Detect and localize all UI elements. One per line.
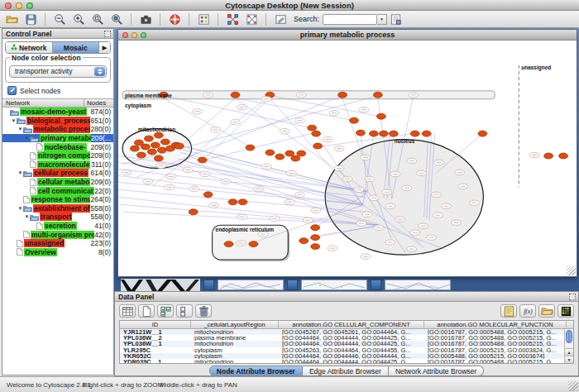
background-window-thumbnail[interactable]: [287, 280, 298, 290]
tab-overflow-button[interactable]: ▶: [99, 42, 110, 53]
tree-item[interactable]: ▼transport558(0): [2, 213, 113, 222]
zoom-window-icon[interactable]: [141, 32, 146, 38]
column-header[interactable]: ID: [120, 321, 191, 328]
network-node[interactable]: [297, 151, 306, 156]
tree-item[interactable]: secretion41(0): [2, 222, 113, 231]
table-cell[interactable]: mitochondrion: [191, 329, 279, 335]
background-window-thumbnail[interactable]: [371, 280, 381, 290]
table-cell[interactable]: [GO:0044464, GO:0044444, GO:0044425, G..…: [279, 335, 424, 341]
tree-item[interactable]: multi-organism pro42(0): [2, 230, 113, 239]
column-header[interactable]: annotation.GO MOLECULAR_FUNCTION: [424, 321, 567, 328]
disclosure-triangle-icon[interactable]: ▼: [17, 170, 23, 175]
background-window-thumbnail[interactable]: [203, 280, 214, 290]
notes-button[interactable]: [500, 304, 517, 318]
scroll-up-icon[interactable]: ▲: [565, 348, 573, 356]
table-cell[interactable]: [GO:0044464, GO:0044444, GO:0044425, G..…: [279, 341, 424, 347]
minimize-icon[interactable]: [132, 32, 137, 38]
tab-node-attribute-browser[interactable]: Node Attribute Browser: [209, 366, 303, 376]
network-node[interactable]: [224, 241, 233, 247]
table-row[interactable]: YLR295Ccytoplasm[GO:0045263, GO:0044464,…: [120, 347, 573, 353]
network-node[interactable]: [246, 145, 255, 151]
take-snapshot-button[interactable]: [137, 12, 154, 26]
table-row[interactable]: YJR121W__1mitochondrion[GO:0045267, GO:0…: [120, 329, 573, 335]
column-header[interactable]: annotation.GO CELLULAR_COMPONENT: [279, 321, 424, 328]
network-node[interactable]: [478, 131, 487, 136]
network-node[interactable]: [144, 136, 153, 141]
layout-nodes-button[interactable]: [224, 12, 241, 26]
table-cell[interactable]: [GO:0005488, GO:0005215, GO:0003674]: [424, 353, 567, 359]
tree-item[interactable]: cell communicat22(0): [2, 186, 113, 195]
delete-attribute-button[interactable]: [195, 304, 212, 318]
open-file-button[interactable]: [3, 12, 20, 26]
minimize-icon[interactable]: [16, 2, 22, 9]
table-cell[interactable]: mitochondrion: [191, 341, 279, 347]
network-node[interactable]: [311, 225, 320, 231]
network-node[interactable]: [275, 154, 285, 160]
network-node[interactable]: [311, 244, 320, 250]
network-node[interactable]: [228, 199, 237, 205]
table-cell[interactable]: mitochondrion: [191, 359, 279, 364]
network-node[interactable]: [231, 92, 240, 98]
network-node[interactable]: [379, 131, 388, 136]
node-color-dropdown[interactable]: transporter activity: [9, 65, 107, 78]
tree-item[interactable]: unassigned223(0): [2, 239, 113, 248]
network-node[interactable]: [299, 238, 309, 244]
table-cell[interactable]: plasma membrane: [191, 335, 279, 341]
table-row[interactable]: YPL036W__2plasma membrane[GO:0044464, GO…: [120, 335, 573, 341]
table-cell[interactable]: [GO:0016787, GO:0005215, GO:0003824, G..…: [424, 347, 567, 353]
close-icon[interactable]: [5, 2, 12, 9]
network-node[interactable]: [154, 132, 163, 138]
table-cell[interactable]: [GO:0044464, GO:0044446, GO:0044444, G..…: [279, 353, 424, 359]
network-node[interactable]: [312, 131, 321, 136]
tree-item[interactable]: ▼biological_process651(0): [2, 117, 113, 126]
table-cell[interactable]: YPL036W__2: [120, 335, 191, 341]
tree-item[interactable]: ▼establishment of lo558(0): [2, 204, 113, 213]
network-node[interactable]: [389, 131, 398, 136]
new-attribute-button[interactable]: [138, 304, 155, 318]
network-node[interactable]: [349, 117, 358, 123]
select-nodes-checkbox[interactable]: [7, 86, 17, 95]
table-cell[interactable]: YDR039C__1: [120, 359, 191, 364]
table-cell[interactable]: cytoplasm: [191, 347, 279, 353]
attribute-matrix-button[interactable]: [557, 304, 574, 318]
network-node[interactable]: [373, 92, 382, 98]
help-button[interactable]: [166, 12, 183, 26]
tab-edge-attribute-browser[interactable]: Edge Attribute Browser: [303, 366, 389, 376]
table-cell[interactable]: YPL036W__1: [120, 341, 191, 347]
configure-search-button[interactable]: [387, 12, 404, 26]
import-attributes-button[interactable]: [538, 304, 555, 318]
background-window-thumbnail[interactable]: [218, 280, 284, 290]
disclosure-triangle-icon[interactable]: ▼: [24, 136, 30, 141]
search-dropdown-icon[interactable]: ▼: [377, 14, 387, 25]
tree-item[interactable]: mosaic-demo-yeast874(0): [2, 108, 113, 117]
network-node[interactable]: [311, 235, 320, 241]
disclosure-triangle-icon[interactable]: ▼: [11, 118, 17, 123]
disclosure-triangle-icon[interactable]: ▼: [17, 127, 23, 131]
network-node[interactable]: [157, 147, 166, 153]
tree-item[interactable]: ▼metabolic process280(0): [2, 125, 113, 134]
tab-network-attribute-browser[interactable]: Network Attribute Browser: [389, 366, 484, 376]
network-node[interactable]: [559, 153, 568, 159]
search-input[interactable]: [323, 14, 377, 25]
network-node[interactable]: [189, 209, 198, 215]
nodes-column-header[interactable]: Nodes: [84, 99, 113, 107]
network-node[interactable]: [198, 157, 207, 163]
network-node[interactable]: [151, 142, 160, 148]
zoom-out-button[interactable]: [51, 12, 68, 26]
scrollbar-thumb[interactable]: [566, 330, 572, 343]
tree-item[interactable]: Overview8(0): [2, 248, 113, 257]
resize-grip-icon[interactable]: [568, 381, 578, 391]
attribute-table-button[interactable]: [119, 304, 136, 318]
float-panel-icon[interactable]: [104, 31, 111, 37]
table-row[interactable]: YDR039C__1mitochondrion[GO:0044464, GO:0…: [120, 359, 573, 364]
scroll-down-icon[interactable]: ▼: [565, 356, 573, 363]
table-cell[interactable]: YLR295C: [120, 347, 191, 353]
network-node[interactable]: [147, 149, 156, 155]
tree-item[interactable]: ▼cellular process614(0): [2, 169, 113, 178]
table-scrollbar[interactable]: ▲ ▼: [564, 329, 573, 363]
network-node[interactable]: [160, 139, 170, 145]
network-node[interactable]: [175, 143, 184, 149]
network-node[interactable]: [141, 144, 150, 150]
tree-item[interactable]: nucleobase-209(0): [2, 142, 113, 151]
disclosure-triangle-icon[interactable]: ▼: [17, 206, 23, 211]
